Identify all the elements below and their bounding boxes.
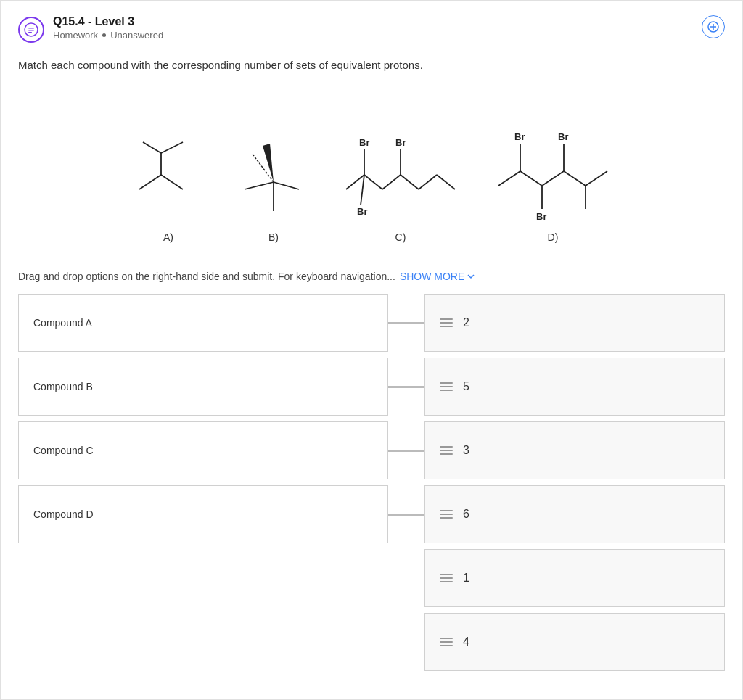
svg-rect-3 — [28, 32, 32, 33]
chevron-down-icon — [467, 272, 475, 281]
instruction-row: Drag and drop options on the right-hand … — [18, 271, 725, 282]
compound-d-label: D) — [548, 231, 559, 243]
header-left: Q15.4 - Level 3 Homework Unanswered — [18, 15, 163, 43]
compound-c-item: Br Br Br C) — [339, 102, 462, 243]
add-button[interactable] — [702, 15, 725, 38]
svg-line-8 — [161, 175, 183, 189]
drag-handle-2 — [440, 318, 453, 327]
homework-label: Homework — [53, 30, 98, 41]
question-title: Q15.4 - Level 3 — [53, 15, 163, 28]
question-subtitle: Homework Unanswered — [53, 30, 163, 41]
number-6: 6 — [463, 508, 469, 521]
svg-text:Br: Br — [357, 206, 367, 217]
compound-d-svg: Br Br Br — [491, 99, 615, 226]
instruction-text: Drag and drop options on the right-hand … — [18, 271, 395, 282]
compound-b-item: B) — [237, 131, 310, 243]
left-item-c: Compound C — [18, 421, 388, 479]
compound-a-label: A) — [163, 231, 173, 243]
svg-line-17 — [346, 175, 364, 189]
match-row-b: Compound B 5 — [18, 358, 725, 416]
compounds-diagram: A) B) — [18, 91, 725, 250]
compound-d-item: Br Br Br D) — [491, 99, 615, 243]
number-5: 5 — [463, 380, 469, 393]
match-row-d: Compound D 6 — [18, 485, 725, 543]
drag-handle-6 — [440, 510, 453, 519]
svg-rect-1 — [28, 28, 34, 29]
svg-text:Br: Br — [514, 131, 525, 142]
match-row-c: Compound C 3 — [18, 421, 725, 479]
left-label-a: Compound A — [33, 317, 92, 329]
spacer-1 — [18, 549, 424, 607]
right-item-3[interactable]: 3 — [424, 421, 725, 479]
svg-line-11 — [143, 142, 161, 153]
header: Q15.4 - Level 3 Homework Unanswered — [18, 15, 725, 43]
number-1: 1 — [463, 572, 469, 585]
compound-a-svg — [128, 131, 208, 226]
svg-line-7 — [139, 175, 161, 189]
left-item-a: Compound A — [18, 294, 388, 352]
svg-line-20 — [401, 175, 419, 189]
right-item-5[interactable]: 5 — [424, 358, 725, 416]
svg-line-14 — [245, 182, 274, 189]
left-label-c: Compound C — [33, 445, 94, 456]
svg-line-21 — [419, 175, 437, 189]
match-row-a: Compound A 2 — [18, 294, 725, 352]
compound-c-label: C) — [395, 231, 406, 243]
number-2: 2 — [463, 316, 469, 329]
compound-c-svg: Br Br Br — [339, 102, 462, 226]
show-more-button[interactable]: SHOW MORE — [400, 271, 475, 282]
number-3: 3 — [463, 444, 469, 457]
svg-line-15 — [274, 182, 299, 189]
compound-a-item: A) — [128, 131, 208, 243]
number-4: 4 — [463, 635, 469, 648]
connector-d — [388, 514, 424, 515]
compound-b-svg — [237, 131, 310, 226]
right-item-1[interactable]: 1 — [424, 549, 725, 607]
left-item-d: Compound D — [18, 485, 388, 543]
matching-section: Compound A 2 Compound B — [18, 294, 725, 671]
logo-icon — [18, 17, 44, 43]
svg-line-19 — [382, 175, 401, 189]
svg-marker-13 — [263, 144, 274, 182]
spacer-4 — [18, 613, 424, 671]
connector-a — [388, 322, 424, 324]
drag-handle-3 — [440, 446, 453, 455]
svg-text:Br: Br — [536, 211, 546, 222]
standalone-row-1: 1 — [18, 549, 725, 607]
svg-line-22 — [437, 175, 455, 189]
svg-line-28 — [361, 175, 364, 205]
drag-handle-5 — [440, 382, 453, 391]
svg-rect-2 — [28, 30, 34, 31]
left-item-b: Compound B — [18, 358, 388, 416]
compound-b-label: B) — [268, 231, 279, 243]
dot-separator — [102, 33, 106, 37]
connector-c — [388, 450, 424, 451]
question-text: Match each compound with the correspondi… — [18, 57, 725, 74]
svg-text:Br: Br — [395, 137, 406, 148]
svg-line-31 — [542, 171, 564, 186]
right-item-6[interactable]: 6 — [424, 485, 725, 543]
svg-line-29 — [498, 171, 520, 186]
svg-line-30 — [520, 171, 542, 186]
svg-line-10 — [161, 142, 183, 153]
svg-text:Br: Br — [558, 131, 568, 142]
left-label-d: Compound D — [33, 508, 94, 520]
svg-text:Br: Br — [359, 137, 369, 148]
connector-b — [388, 386, 424, 387]
right-item-2[interactable]: 2 — [424, 294, 725, 352]
standalone-row-4: 4 — [18, 613, 725, 671]
right-item-4[interactable]: 4 — [424, 613, 725, 671]
svg-line-32 — [564, 171, 586, 186]
page-container: Q15.4 - Level 3 Homework Unanswered Matc… — [0, 0, 743, 700]
svg-line-33 — [586, 171, 607, 186]
status-label: Unanswered — [110, 30, 163, 41]
svg-line-18 — [364, 175, 382, 189]
header-text: Q15.4 - Level 3 Homework Unanswered — [53, 15, 163, 41]
drag-handle-1 — [440, 574, 453, 582]
left-label-b: Compound B — [33, 381, 93, 392]
drag-handle-4 — [440, 638, 453, 646]
